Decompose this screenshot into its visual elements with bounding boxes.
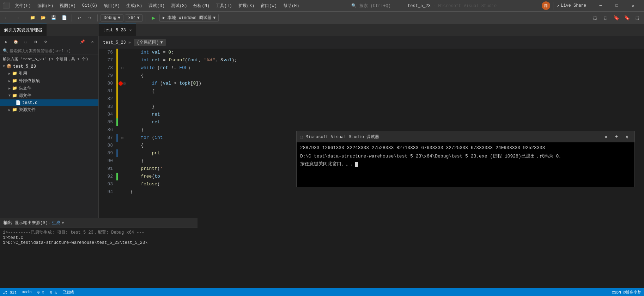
debug-config-dropdown[interactable]: Debug ▼ <box>101 14 123 21</box>
run-button[interactable]: ▶ <box>149 13 158 23</box>
menu-analyze[interactable]: 分析(N) <box>190 1 212 10</box>
status-warnings[interactable]: 0 △ <box>50 290 57 295</box>
solution-header: 解决方案 'test_5_23' (1 个项目，共 1 个) <box>0 55 98 63</box>
res-label: 资源文件 <box>19 107 36 113</box>
sidebar-home-button[interactable]: 🏠 <box>11 37 20 46</box>
terminal-add-btn[interactable]: + <box>613 133 620 141</box>
toolbar-extra-3[interactable]: 🔖 <box>612 13 621 23</box>
code-line-77: int ret = fscanf(fout, "%d", &val); <box>130 56 644 64</box>
menu-git[interactable]: Git(G) <box>79 2 100 10</box>
maximize-button[interactable]: □ <box>609 0 625 11</box>
status-errors[interactable]: 0 ⊘ <box>37 290 44 295</box>
hdr-label: 头文件 <box>19 85 31 91</box>
arch-label: x64 <box>128 16 136 20</box>
toolbar-extra-2[interactable]: ⬚ <box>601 13 610 23</box>
menu-window[interactable]: 窗口(W) <box>258 1 280 10</box>
tab-close-icon[interactable]: ✕ <box>129 28 132 32</box>
terminal-close-btn[interactable]: ✕ <box>602 133 610 141</box>
scope-selector[interactable]: (全局范围) ▼ <box>134 39 166 46</box>
code-line-79: { <box>130 72 644 80</box>
save-button[interactable]: 💾 <box>49 13 58 23</box>
menu-build[interactable]: 生成(B) <box>123 1 145 10</box>
search-icon: 🔍 <box>351 3 357 8</box>
vs-icon: ⬛ <box>3 2 10 9</box>
project-name: test_5_23 <box>13 64 36 69</box>
save-all-button[interactable]: 📄 <box>60 13 69 23</box>
terminal-drop-btn[interactable]: ∨ <box>623 133 631 141</box>
terminal-tab-icon: ⬚ <box>300 134 303 140</box>
sidebar-item-testc[interactable]: 📄 test.c <box>0 99 98 106</box>
open-button[interactable]: 📂 <box>38 13 48 23</box>
sidebar-settings-button[interactable]: ⚙ <box>41 37 50 46</box>
output-filter[interactable]: 显示输出来源(S): 生成 ▼ <box>15 220 64 226</box>
git-icon: ⎇ <box>3 290 7 295</box>
search-placeholder[interactable]: 搜索 (Ctrl+Q) <box>359 3 391 9</box>
sidebar-item-headers[interactable]: ▶ 📁 头文件 <box>0 85 98 92</box>
title-center: 🔍 搜索 (Ctrl+Q) test_5_23 - Microsoft Visu… <box>304 2 540 10</box>
arch-dropdown[interactable]: x64 ▼ <box>125 14 143 21</box>
terminal-output-line: 2887933 12661333 32243333 27528333 82713… <box>300 144 631 152</box>
undo-button[interactable]: ↩ <box>75 13 84 23</box>
menu-debug[interactable]: 调试(D) <box>146 1 168 10</box>
code-line-82 <box>130 95 644 103</box>
menu-help[interactable]: 帮助(H) <box>280 1 302 10</box>
terminal-cursor <box>355 162 358 167</box>
status-git[interactable]: ⎇ Git <box>3 290 17 295</box>
output-line-3: 1>D:\C_test\data-structure-warehouse\tes… <box>3 240 195 245</box>
sidebar-pin-button[interactable]: 📌 <box>78 37 87 46</box>
toolbar-extra-1[interactable]: ⬚ <box>590 13 600 23</box>
menu-file[interactable]: 文件(F) <box>12 1 34 10</box>
menu-test[interactable]: 测试(S) <box>168 1 190 10</box>
tab-solution-explorer-label: 解决方案资源管理器 <box>4 27 42 33</box>
sidebar-item-sources[interactable]: ▼ 📁 源文件 <box>0 92 98 99</box>
output-filter-arrow: ▼ <box>62 221 64 226</box>
menu-project[interactable]: 项目(P) <box>101 1 123 10</box>
window-controls: ─ □ ✕ <box>593 0 641 11</box>
sidebar-sync-button[interactable]: ↻ <box>1 37 11 46</box>
back-button[interactable]: ← <box>2 13 11 23</box>
live-share-button[interactable]: ↗ Live Share <box>553 2 590 10</box>
sidebar-item-external-deps[interactable]: ▶ 📁 外部依赖项 <box>0 77 98 85</box>
status-left: ⎇ Git main 0 ⊘ 0 △ 已就绪 <box>3 290 74 295</box>
forward-button[interactable]: → <box>13 13 22 23</box>
debug-terminal-content: 2887933 12661333 32243333 27528333 82713… <box>297 142 634 187</box>
sidebar-search[interactable]: 🔍 搜索解决方案资源管理器(Ctrl+;) <box>0 47 98 55</box>
sidebar-search-label: 搜索解决方案资源管理器(Ctrl+;) <box>10 48 71 54</box>
expand-icon-src: ▼ <box>8 94 11 98</box>
menu-extensions[interactable]: 扩展(X) <box>236 1 257 10</box>
sidebar-close-button[interactable]: ✕ <box>88 37 97 46</box>
status-branch[interactable]: main <box>22 290 31 294</box>
sidebar-item-resources[interactable]: ▶ 📁 资源文件 <box>0 106 98 113</box>
output-line-1: 1>---------已启动生成: 项目: test_5_23，配置: Debu… <box>3 229 195 235</box>
search-icon: 🔍 <box>3 48 8 54</box>
ext-label: 外部依赖项 <box>19 78 40 84</box>
arch-arrow: ▼ <box>137 16 140 20</box>
sidebar-filter-button[interactable]: ⬚ <box>21 37 30 46</box>
title-filename: test_5_23 <box>408 4 431 8</box>
minimize-button[interactable]: ─ <box>593 0 609 11</box>
redo-button[interactable]: ↪ <box>85 13 95 23</box>
toolbar-extra-4[interactable]: 🔖 <box>622 13 631 23</box>
src-label: 源文件 <box>19 93 31 99</box>
terminal-prompt-line: 按任意键关闭此窗口。。。 <box>300 161 631 168</box>
output-filter-label: 显示输出来源(S): <box>15 220 50 226</box>
sidebar-item-project[interactable]: ▼ 📦 test_5_23 <box>0 63 98 70</box>
sidebar-collapse-button[interactable]: ⊟ <box>31 37 40 46</box>
code-line-80: if (val > topk[0]) <box>130 80 644 87</box>
menu-tools[interactable]: 工具(T) <box>213 1 235 10</box>
toolbar-sep-1 <box>25 14 25 21</box>
tab-solution-explorer[interactable]: 解决方案资源管理器 <box>0 24 47 36</box>
live-share-label: Live Share <box>561 3 586 8</box>
tab-test523[interactable]: test_5_23 ✕ <box>99 24 136 36</box>
toolbar: ← → 📁 📂 💾 📄 ↩ ↪ Debug ▼ x64 ▼ ▶ ▶ 本地 Win… <box>0 11 644 24</box>
close-button[interactable]: ✕ <box>625 0 641 11</box>
debug-terminal: ⬚ Microsoft Visual Studio 调试器 ✕ + ∨ 2887… <box>296 131 635 187</box>
sidebar-item-references[interactable]: ▶ 📁 引用 <box>0 70 98 77</box>
terminal-process-line: D:\C_test\data-structure-warehouse\test_… <box>300 153 631 160</box>
menu-edit[interactable]: 编辑(E) <box>35 1 56 10</box>
run-config-dropdown[interactable]: ▶ 本地 Windows 调试器 ▼ <box>159 14 219 22</box>
menu-view[interactable]: 视图(V) <box>57 1 79 10</box>
toolbar-extra-5[interactable]: ⬚ <box>633 13 642 23</box>
live-share-icon: ↗ <box>557 3 559 8</box>
new-project-button[interactable]: 📁 <box>28 13 37 23</box>
